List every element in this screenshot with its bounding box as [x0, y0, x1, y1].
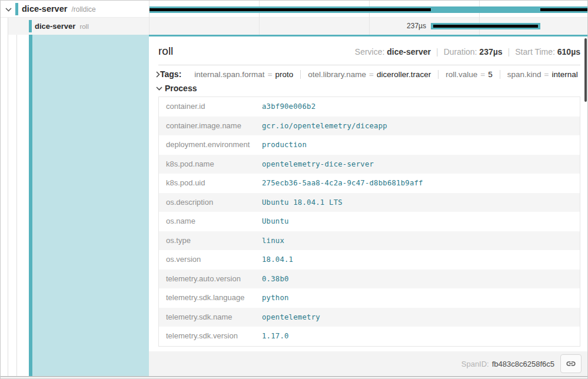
span-color-bar	[15, 3, 18, 15]
process-value: 1.17.0	[262, 327, 580, 346]
tag-equals: =	[268, 70, 273, 79]
detail-footer: SpanID: fb483c8c6258f6c5	[149, 351, 588, 376]
process-value: 18.04.1	[262, 250, 580, 270]
process-value: 275ecb36-5aa8-4c2a-9c47-d8bb681b9aff	[262, 174, 580, 193]
process-table-row: telemetry.sdk.version 1.17.0	[159, 327, 580, 346]
process-value: opentelemetry	[262, 308, 580, 327]
span-bar-self-segment	[150, 8, 431, 11]
duration-label: Duration:	[444, 47, 477, 56]
process-table-row: telemetry.sdk.language python	[159, 288, 580, 308]
span-duration-label: 237µs	[354, 18, 426, 35]
process-value: python	[262, 288, 580, 308]
process-table-row: os.version 18.04.1	[159, 250, 580, 270]
process-table-row: k8s.pod.name opentelemetry-dice-server	[159, 155, 580, 174]
process-key: telemetry.sdk.version	[159, 327, 262, 346]
span-bar-self-segment	[540, 8, 588, 11]
span-color-bar	[29, 20, 32, 32]
service-value: dice-server	[387, 47, 431, 56]
tag-item: internal.span.format=proto	[187, 70, 300, 79]
process-table-row: os.name Ubuntu	[159, 212, 580, 231]
process-value: Ubuntu	[262, 212, 580, 231]
process-key: os.version	[159, 250, 262, 270]
process-value: gcr.io/opentelemetry/diceapp	[262, 117, 580, 136]
span-summary: Service: dice-server|Duration: 237µs|Sta…	[355, 47, 580, 56]
process-key: deployment.environment	[159, 135, 262, 155]
tree-indent-guide	[8, 35, 17, 376]
process-value: linux	[262, 231, 580, 251]
process-section-toggle[interactable]: Process	[158, 82, 580, 97]
process-value: production	[262, 135, 580, 155]
summary-divider: |	[508, 47, 510, 56]
span-row-rolldice[interactable]: dice-server/rolldice	[1, 1, 588, 18]
span-row-roll[interactable]: dice-serverroll 237µs	[1, 18, 588, 35]
span-service-name: dice-server/rolldice	[22, 1, 96, 18]
process-value: 0.38b0	[262, 270, 580, 289]
start-time-value: 610µs	[557, 47, 580, 56]
trace-detail-page: dice-server/rolldice dice-serverroll 237…	[0, 0, 588, 379]
process-table-row: deployment.environment production	[159, 135, 580, 155]
link-icon	[566, 358, 576, 369]
tag-equals: =	[544, 70, 549, 79]
span-operation-name: roll	[79, 23, 88, 30]
process-table-row: os.description Ubuntu 18.04.1 LTS	[159, 193, 580, 212]
process-key: k8s.pod.uid	[159, 174, 262, 193]
process-key: os.description	[159, 193, 262, 212]
span-id-value: fb483c8c6258f6c5	[492, 360, 554, 368]
tags-label: Tags:	[160, 69, 181, 79]
chevron-down-icon[interactable]	[4, 5, 12, 14]
tag-value: diceroller.tracer	[377, 70, 431, 79]
process-key: os.name	[159, 212, 262, 231]
span-bar-self-segment	[433, 25, 538, 28]
detail-header: roll Service: dice-server|Duration: 237µ…	[158, 45, 580, 58]
process-table-row: container.id a3bf90e006b2	[159, 97, 580, 117]
service-label: Service:	[355, 47, 385, 56]
trace-bottom-border	[1, 376, 588, 377]
process-label: Process	[165, 84, 197, 93]
chevron-down-icon	[156, 84, 165, 92]
tag-item: span.kind=internal	[500, 70, 585, 79]
tag-key: roll.value	[446, 70, 477, 79]
duration-value: 237µs	[479, 47, 502, 56]
summary-divider: |	[436, 47, 438, 56]
span-detail-panel: roll Service: dice-server|Duration: 237µ…	[149, 36, 588, 376]
selected-span-highlight	[32, 35, 149, 376]
timeline-gridline	[149, 18, 150, 35]
span-id-label: SpanID:	[461, 360, 489, 368]
tag-key: internal.span.format	[194, 70, 264, 79]
tags-section-toggle[interactable]: Tags: internal.span.format=protootel.lib…	[158, 65, 580, 82]
process-value: opentelemetry-dice-server	[262, 155, 580, 174]
process-key: container.id	[159, 97, 262, 117]
tag-key: span.kind	[507, 70, 542, 79]
tag-equals: =	[369, 70, 374, 79]
process-table-row: k8s.pod.uid 275ecb36-5aa8-4c2a-9c47-d8bb…	[159, 174, 580, 193]
tag-value: 5	[488, 70, 493, 79]
process-table-row: container.image.name gcr.io/opentelemetr…	[159, 117, 580, 136]
tree-indent-guide	[1, 35, 8, 376]
process-table-row: telemetry.sdk.name opentelemetry	[159, 308, 580, 327]
tag-equals: =	[480, 70, 485, 79]
process-key: container.image.name	[159, 117, 262, 136]
process-key: telemetry.sdk.language	[159, 288, 262, 308]
process-key: os.type	[159, 231, 262, 251]
span-bar-rolldice[interactable]	[150, 6, 588, 13]
process-table: container.id a3bf90e006b2 container.imag…	[158, 97, 580, 347]
span-operation-name: /rolldice	[71, 5, 95, 14]
span-bar-roll[interactable]	[431, 23, 540, 29]
tag-value: proto	[275, 70, 294, 79]
process-value: Ubuntu 18.04.1 LTS	[262, 193, 580, 212]
tag-value: internal	[552, 70, 577, 79]
tag-item: otel.library.name=diceroller.tracer	[300, 70, 438, 79]
process-key: telemetry.auto.version	[159, 270, 262, 289]
tag-list: internal.span.format=protootel.library.n…	[187, 70, 584, 79]
scrollbar-thumb[interactable]	[584, 38, 587, 102]
process-value: a3bf90e006b2	[262, 97, 580, 117]
tree-indent-guide	[1, 18, 8, 35]
span-title: roll	[158, 45, 173, 58]
process-key: k8s.pod.name	[159, 155, 262, 174]
process-table-row: telemetry.auto.version 0.38b0	[159, 270, 580, 289]
timeline-gridline	[259, 18, 260, 35]
copy-link-button[interactable]	[560, 354, 582, 373]
span-service-name: dice-serverroll	[35, 18, 89, 35]
tag-item: roll.value=5	[438, 70, 499, 79]
chevron-right-icon	[156, 70, 160, 78]
